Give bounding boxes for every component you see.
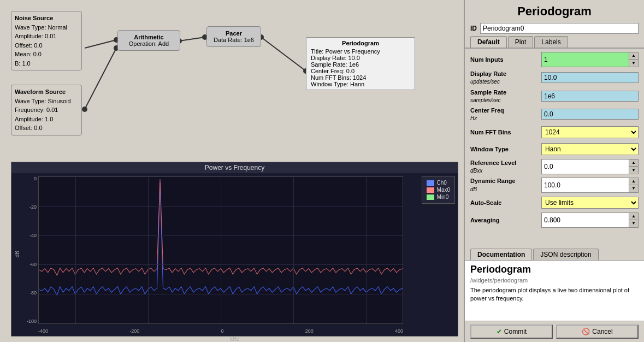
pacer-node[interactable]: Pacer Data Rate: 1e6 [206, 26, 261, 47]
noise-source-line4: Mean: 0.0 [15, 50, 78, 59]
y-label-80: -80 [23, 290, 38, 296]
spinner-reference-level[interactable]: ▲ ▼ [541, 159, 639, 174]
periodogram-node[interactable]: Periodogram Title: Power vs Frequency Di… [306, 37, 415, 90]
spinner-num-inputs[interactable]: ▲ ▼ [541, 52, 639, 67]
prop-fft-bins: Num FFT Bins 1024 512 2048 4096 [470, 125, 639, 139]
waveform-line4: Offset: 0.0 [15, 123, 78, 133]
tab-default[interactable]: Default [470, 36, 507, 48]
legend-min0-label: Min0 [437, 194, 449, 200]
cancel-button[interactable]: 🚫 Cancel [556, 325, 639, 339]
legend-min0-color [427, 194, 434, 200]
svg-point-10 [82, 107, 87, 112]
label-window-type: Window Type [470, 145, 541, 153]
tab-labels[interactable]: Labels [534, 36, 568, 48]
input-sample-rate[interactable] [541, 91, 639, 102]
spin-btns-num-inputs: ▲ ▼ [629, 52, 638, 67]
spin-btns-averaging: ▲ ▼ [629, 213, 638, 227]
spinner-averaging[interactable]: ▲ ▼ [541, 213, 639, 228]
waveform-source-node[interactable]: Waveform Source Wave Type: Sinusoid Freq… [11, 85, 82, 135]
noise-source-line1: Wave Type: Normal [15, 23, 78, 32]
input-display-rate[interactable] [541, 72, 639, 83]
noise-source-node[interactable]: Noise Source Wave Type: Normal Amplitude… [11, 11, 82, 70]
chart-title: Power vs Frequency [11, 162, 458, 173]
tabs-row: Default Plot Labels [465, 36, 644, 49]
input-num-inputs[interactable] [542, 52, 629, 67]
commit-button[interactable]: ✔ Commit [470, 325, 553, 339]
chart-x-label: kHz [11, 336, 458, 342]
legend-min0: Min0 [427, 194, 450, 200]
legend-max0: Max0 [427, 187, 450, 193]
arithmetic-op: Operation: Add [123, 40, 174, 47]
legend-ch0: Ch0 [427, 180, 450, 186]
prop-center-freq: Center FreqHz [470, 107, 639, 122]
legend-ch0-color [427, 180, 434, 186]
legend-max0-label: Max0 [437, 187, 450, 193]
label-reference-level: Reference LeveldBxx [470, 159, 541, 175]
doc-tab-documentation[interactable]: Documentation [470, 249, 532, 260]
spin-down-ref-level[interactable]: ▼ [629, 167, 638, 174]
doc-tab-json[interactable]: JSON description [533, 249, 598, 260]
input-center-freq[interactable] [541, 109, 639, 120]
spin-down-averaging[interactable]: ▼ [629, 220, 638, 227]
pacer-rate: Data Rate: 1e6 [212, 37, 255, 43]
spin-up-num-inputs[interactable]: ▲ [629, 52, 638, 60]
left-panel: Noise Source Wave Type: Normal Amplitude… [0, 0, 464, 342]
sublabel-sample-rate: samples/sec [470, 97, 501, 103]
noise-source-line3: Offset: 0.0 [15, 41, 78, 50]
select-window-type[interactable]: Hann Hamming Blackman None [541, 143, 639, 155]
spin-btns-dynamic-range: ▲ ▼ [629, 178, 638, 192]
chart-legend: Ch0 Max0 Min0 [422, 176, 455, 204]
perio-line5: Num FFT Bins: 1024 [311, 74, 410, 81]
prop-display-rate: Display Rateupdates/sec [470, 70, 639, 86]
right-panel: Periodogram ID Default Plot Labels Num I… [464, 0, 644, 342]
prop-auto-scale: Auto-Scale Use limits On Off [470, 196, 639, 210]
spin-down-num-inputs[interactable]: ▼ [629, 60, 638, 67]
tab-plot[interactable]: Plot [508, 36, 534, 48]
perio-line2: Display Rate: 10.0 [311, 55, 410, 61]
perio-line1: Title: Power vs Frequency [311, 48, 410, 55]
label-num-inputs: Num Inputs [470, 56, 541, 63]
spin-down-dynamic-range[interactable]: ▼ [629, 185, 638, 192]
x-label-0: 0 [221, 328, 223, 334]
cancel-icon: 🚫 [582, 328, 590, 335]
prop-window-type: Window Type Hann Hamming Blackman None [470, 142, 639, 156]
spin-btns-ref-level: ▲ ▼ [629, 160, 638, 174]
sublabel-reference-level: dBxx [470, 168, 482, 174]
spinner-dynamic-range[interactable]: ▲ ▼ [541, 178, 639, 193]
svg-line-3 [261, 37, 306, 71]
arithmetic-node[interactable]: Arithmetic Operation: Add [117, 30, 180, 51]
pacer-title: Pacer [212, 30, 255, 37]
select-auto-scale[interactable]: Use limits On Off [541, 197, 639, 209]
perio-line4: Center Freq: 0.0 [311, 68, 410, 74]
input-dynamic-range[interactable] [542, 178, 629, 192]
chart-container: Power vs Frequency dB 0 -20 -40 -60 -80 … [11, 162, 458, 337]
spin-up-averaging[interactable]: ▲ [629, 213, 638, 220]
spin-up-dynamic-range[interactable]: ▲ [629, 178, 638, 185]
waveform-line1: Wave Type: Sinusoid [15, 97, 78, 106]
legend-max0-color [427, 187, 434, 193]
x-label-400: 400 [395, 328, 403, 334]
id-input[interactable] [480, 23, 639, 34]
cancel-label: Cancel [592, 328, 612, 335]
sublabel-dynamic-range: dB [470, 186, 477, 192]
select-fft-bins[interactable]: 1024 512 2048 4096 [541, 126, 639, 138]
label-auto-scale: Auto-Scale [470, 199, 541, 207]
spin-up-ref-level[interactable]: ▲ [629, 160, 638, 167]
commit-label: Commit [504, 328, 527, 335]
x-label-200: 200 [305, 328, 314, 334]
input-averaging[interactable] [542, 213, 629, 227]
label-fft-bins: Num FFT Bins [470, 128, 541, 136]
noise-source-title: Noise Source [15, 14, 78, 23]
input-reference-level[interactable] [542, 160, 629, 174]
prop-num-inputs: Num Inputs ▲ ▼ [470, 52, 639, 67]
doc-heading: Periodogram [470, 264, 639, 275]
y-label-60: -60 [23, 262, 38, 267]
y-label-20: -20 [23, 204, 38, 210]
bottom-buttons: ✔ Commit 🚫 Cancel [465, 321, 644, 342]
prop-averaging: Averaging ▲ ▼ [470, 213, 639, 228]
label-display-rate: Display Rateupdates/sec [470, 70, 541, 86]
noise-source-line5: B: 1.0 [15, 59, 78, 68]
chart-plot [38, 176, 403, 324]
label-sample-rate: Sample Ratesamples/sec [470, 89, 541, 104]
doc-tabs: Documentation JSON description [465, 249, 644, 261]
